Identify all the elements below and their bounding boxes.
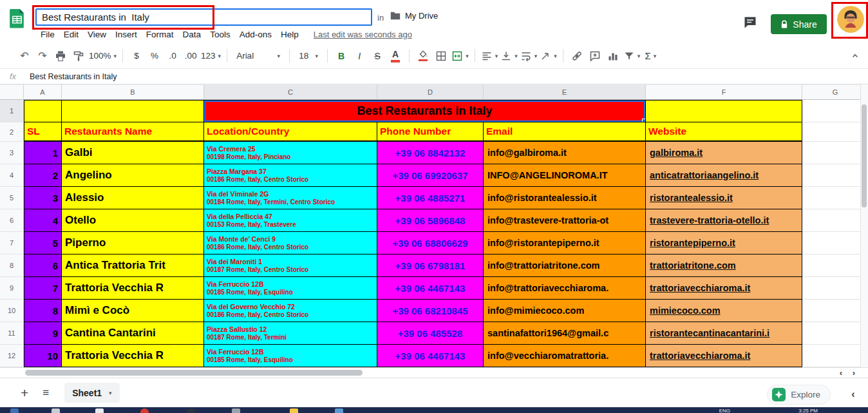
taskbar-clock[interactable]: 3:25 PM bbox=[798, 408, 818, 413]
collapse-panel-button[interactable]: ‹ bbox=[845, 386, 862, 403]
cell-phone[interactable]: +39 06 68806629 bbox=[377, 232, 484, 255]
format-currency-button[interactable]: $ bbox=[129, 47, 144, 65]
cell-location[interactable]: Via Monte de’ Cenci 9 00186 Rome, Italy,… bbox=[204, 232, 377, 255]
cell-sl[interactable]: 10 bbox=[24, 345, 62, 367]
taskbar-icon[interactable] bbox=[95, 408, 104, 413]
cell-email[interactable]: info@ristorantealessio.it bbox=[484, 187, 646, 209]
cell-website-link[interactable]: ristorantecantinacantarini.i bbox=[646, 322, 802, 345]
cell-website-link[interactable]: anticatrattoriaangelino.it bbox=[646, 164, 802, 187]
cell-restaurant-name[interactable]: Antica Trattoria Trit bbox=[62, 255, 204, 277]
explore-button[interactable]: Explore bbox=[767, 385, 831, 405]
fill-color-button[interactable] bbox=[415, 47, 431, 65]
strikethrough-button[interactable]: S bbox=[370, 47, 385, 65]
cell-restaurant-name[interactable]: Galbi bbox=[62, 142, 204, 164]
cell-website-link[interactable]: galbiroma.it bbox=[646, 142, 802, 164]
vertical-align-select[interactable]: ▾ bbox=[500, 47, 518, 65]
comment-history-button[interactable] bbox=[743, 15, 757, 30]
cell-empty[interactable] bbox=[802, 322, 868, 345]
cell-email[interactable]: info@trastevere-trattoria-ot bbox=[484, 209, 646, 232]
menu-insert[interactable]: Insert bbox=[111, 28, 142, 41]
cell-header-sl[interactable]: SL bbox=[24, 122, 62, 142]
row-header[interactable]: 11 bbox=[0, 322, 24, 345]
font-size-select[interactable]: 18▾ bbox=[296, 47, 321, 65]
cell-phone[interactable]: +39 06 4467143 bbox=[377, 345, 484, 367]
cell-G1[interactable] bbox=[802, 100, 868, 122]
format-percent-button[interactable]: % bbox=[147, 47, 162, 65]
column-header-d[interactable]: D bbox=[377, 84, 484, 100]
taskbar-icon[interactable] bbox=[52, 408, 60, 413]
menu-tools[interactable]: Tools bbox=[205, 28, 235, 41]
undo-button[interactable]: ↶ bbox=[17, 47, 32, 65]
create-filter-button[interactable]: ▾ bbox=[623, 47, 641, 65]
cell-restaurant-name[interactable]: Trattoria Vecchia R bbox=[62, 345, 204, 367]
sheet-tab[interactable]: Sheet1 ▾ bbox=[64, 383, 119, 403]
cell-phone[interactable]: +39 06 68210845 bbox=[377, 300, 484, 322]
cell-sl[interactable]: 6 bbox=[24, 255, 62, 277]
menu-file[interactable]: File bbox=[36, 28, 59, 41]
cell-location[interactable]: Via del Viminale 2G 00184 Rome, Italy, T… bbox=[204, 187, 377, 209]
formula-input[interactable]: Best Restaurants in Italy bbox=[26, 72, 117, 81]
cell-empty[interactable] bbox=[802, 187, 868, 209]
cell-phone[interactable]: +39 06 4467143 bbox=[377, 277, 484, 300]
cell-empty[interactable] bbox=[802, 277, 868, 300]
cell-empty[interactable] bbox=[802, 300, 868, 322]
column-header-g[interactable]: G bbox=[802, 84, 868, 100]
zoom-select[interactable]: 100%▾ bbox=[89, 47, 117, 65]
cell-A1[interactable] bbox=[24, 100, 62, 122]
cell-location[interactable]: Piazza Sallustio 12 00187 Rome, Italy, T… bbox=[204, 322, 377, 345]
cell-sl[interactable]: 1 bbox=[24, 142, 62, 164]
cell-website-link[interactable]: trattoriavecchiaroma.it bbox=[646, 345, 802, 367]
cell-website-link[interactable]: trastevere-trattoria-otello.it bbox=[646, 209, 802, 232]
cell-empty[interactable] bbox=[802, 142, 868, 164]
cell-phone[interactable]: +39 06 69920637 bbox=[377, 164, 484, 187]
taskbar-icon[interactable] bbox=[335, 408, 343, 413]
scroll-left-button[interactable]: ‹ bbox=[840, 368, 842, 378]
row-header[interactable]: 4 bbox=[0, 164, 24, 187]
taskbar-icon[interactable] bbox=[187, 408, 195, 413]
row-header[interactable]: 10 bbox=[0, 300, 24, 322]
cell-website-link[interactable]: ristorantepiperno.it bbox=[646, 232, 802, 255]
row-header[interactable]: 3 bbox=[0, 142, 24, 164]
row-header-2[interactable]: 2 bbox=[0, 122, 24, 142]
row-header[interactable]: 12 bbox=[0, 345, 24, 367]
text-color-button[interactable]: A bbox=[388, 47, 403, 65]
share-button[interactable]: Share bbox=[771, 14, 827, 34]
cell-sl[interactable]: 8 bbox=[24, 300, 62, 322]
insert-link-button[interactable] bbox=[569, 47, 585, 65]
decrease-decimals-button[interactable]: .0 bbox=[165, 47, 180, 65]
cell-email[interactable]: santinafattori1964@gmail.c bbox=[484, 322, 646, 345]
horizontal-scrollbar-thumb[interactable] bbox=[25, 370, 363, 376]
sheets-logo-icon[interactable] bbox=[8, 8, 26, 28]
cell-email[interactable]: info@galbiroma.it bbox=[484, 142, 646, 164]
redo-button[interactable]: ↷ bbox=[35, 47, 50, 65]
taskbar-icon[interactable] bbox=[140, 408, 149, 413]
text-wrap-select[interactable]: ▾ bbox=[520, 47, 538, 65]
cell-phone[interactable]: +39 06 8842132 bbox=[377, 142, 484, 164]
cell-email[interactable]: info@ristorantepiperno.it bbox=[484, 232, 646, 255]
cell-phone[interactable]: +39 06 6798181 bbox=[377, 255, 484, 277]
menu-data[interactable]: Data bbox=[178, 28, 206, 41]
cell-empty[interactable] bbox=[802, 345, 868, 367]
insert-comment-button[interactable] bbox=[587, 47, 603, 65]
merge-cells-button[interactable]: ▾ bbox=[451, 47, 469, 65]
add-sheet-button[interactable]: + bbox=[21, 385, 28, 401]
cell-email[interactable]: info@mimiecoco.com bbox=[484, 300, 646, 322]
column-header-e[interactable]: E bbox=[484, 84, 646, 100]
row-header-1[interactable]: 1 bbox=[0, 100, 24, 122]
column-header-f[interactable]: F bbox=[646, 84, 802, 100]
fill-handle[interactable] bbox=[642, 119, 646, 122]
cell-restaurant-name[interactable]: Piperno bbox=[62, 232, 204, 255]
row-header[interactable]: 9 bbox=[0, 277, 24, 300]
cell-sl[interactable]: 3 bbox=[24, 187, 62, 209]
row-header[interactable]: 7 bbox=[0, 232, 24, 255]
borders-button[interactable] bbox=[433, 47, 449, 65]
cell-sl[interactable]: 9 bbox=[24, 322, 62, 345]
cell-header-email[interactable]: Email bbox=[484, 122, 646, 142]
insert-chart-button[interactable] bbox=[605, 47, 621, 65]
hide-toolbar-button[interactable] bbox=[847, 47, 863, 65]
menu-format[interactable]: Format bbox=[142, 28, 178, 41]
cell-email[interactable]: info@trattoriatritone.com bbox=[484, 255, 646, 277]
cell-location[interactable]: Via Ferruccio 12B 00185 Rome, Italy, Esq… bbox=[204, 277, 377, 300]
cell-website-link[interactable]: mimiecoco.com bbox=[646, 300, 802, 322]
cell-sl[interactable]: 7 bbox=[24, 277, 62, 300]
